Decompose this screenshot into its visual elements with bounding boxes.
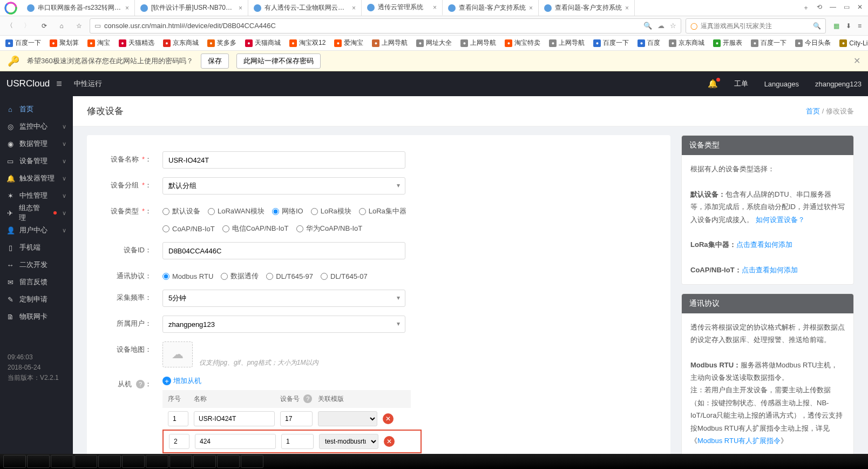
bookmark-item[interactable]: ●聚划算 xyxy=(48,37,81,49)
search-box[interactable]: ◯ 🔍 xyxy=(686,18,826,34)
slave-name-input[interactable] xyxy=(194,411,275,426)
never-save-password-button[interactable]: 此网站一律不保存密码 xyxy=(236,53,321,69)
browser-tab[interactable]: 有人透传云-工业物联网云平台...× xyxy=(248,0,362,16)
sidebar-item[interactable]: ⌂首页 xyxy=(0,100,73,118)
bookmark-item[interactable]: ●淘宝 xyxy=(85,37,112,49)
sidebar-toggle[interactable]: ≡ xyxy=(56,78,62,90)
bookmark-item[interactable]: ●开服表 xyxy=(711,37,744,49)
browser-tab[interactable]: 透传云管理系统× xyxy=(362,0,443,16)
address-bar[interactable]: ▭ console.usr.cn/main.html#/device/edit/… xyxy=(90,18,681,34)
slave-seq-input[interactable] xyxy=(169,434,189,449)
device-type-option[interactable]: LoRaWAN模块 xyxy=(208,206,265,216)
bookmark-item[interactable]: ●百度一下 xyxy=(591,37,631,49)
sidebar-item[interactable]: ✶中性管理∨ xyxy=(0,187,73,204)
bookmark-item[interactable]: ●网址大全 xyxy=(414,37,454,49)
tab-close-icon[interactable]: × xyxy=(125,4,129,12)
device-type-option[interactable]: LoRa模块 xyxy=(311,206,351,216)
device-id-input[interactable] xyxy=(162,242,405,259)
device-type-option[interactable]: 网络IO xyxy=(272,206,303,216)
forward-button[interactable]: 〉 xyxy=(21,19,33,32)
tab-close-icon[interactable]: × xyxy=(239,4,242,12)
protocol-option[interactable]: DL/T645-07 xyxy=(321,271,368,281)
infobar-close-button[interactable]: ✕ xyxy=(853,56,860,66)
browser-tab[interactable]: 串口联网服务器-rs232转网络-× xyxy=(22,0,135,16)
bookmark-item[interactable]: ●淘宝双12 xyxy=(287,37,328,49)
search-in-address-icon[interactable]: 🔍 xyxy=(643,22,652,30)
tab-close-icon[interactable]: × xyxy=(529,4,533,12)
back-button[interactable]: 〈 xyxy=(3,19,16,32)
breadcrumb-home[interactable]: 首页 xyxy=(806,107,820,115)
bookmark-item[interactable]: ●上网导航 xyxy=(458,37,498,49)
bookmark-item[interactable]: ●天猫精选 xyxy=(117,37,157,49)
coap-howto-link[interactable]: 点击查看如何添加 xyxy=(742,266,798,274)
translate-icon[interactable]: ☁ xyxy=(657,22,664,30)
bookmark-item[interactable]: ●天猫商城 xyxy=(243,37,283,49)
search-input[interactable] xyxy=(701,22,810,30)
sidebar-item[interactable]: ◎监控中心∨ xyxy=(0,118,73,135)
home-button[interactable]: ⌂ xyxy=(55,19,68,32)
lora-howto-link[interactable]: 点击查看如何添加 xyxy=(736,240,792,249)
device-name-input[interactable] xyxy=(162,151,405,169)
howto-setup-link[interactable]: 如何设置设备？ xyxy=(756,216,805,224)
protocol-option[interactable]: DL/T645-97 xyxy=(266,271,313,281)
device-type-option[interactable]: 默认设备 xyxy=(162,206,200,216)
slave-template-select[interactable] xyxy=(318,411,377,426)
sidebar-item[interactable]: ▭设备管理∨ xyxy=(0,152,73,170)
bookmark-item[interactable]: ●百度一下 xyxy=(749,37,789,49)
tab-close-icon[interactable]: × xyxy=(625,4,629,12)
browser-tab[interactable]: [软件设计手册]USR-NB700V2...× xyxy=(135,0,248,16)
downloads-icon[interactable]: ⬇ xyxy=(846,22,851,30)
site-info-icon[interactable]: ▭ xyxy=(94,22,101,30)
bookmark-button[interactable]: ☆ xyxy=(72,19,85,32)
sidebar-item[interactable]: ↔二次开发 xyxy=(0,256,73,273)
sidebar-item[interactable]: ▯手机端 xyxy=(0,239,73,256)
bookmark-item[interactable]: ●上网导航 xyxy=(370,37,410,49)
device-type-option[interactable]: LoRa集中器 xyxy=(359,206,406,216)
minimize-button[interactable]: — xyxy=(830,3,836,12)
menu-icon[interactable]: ≡ xyxy=(858,22,862,30)
map-upload[interactable]: ☁ xyxy=(162,341,193,367)
delete-slave-button[interactable]: ✕ xyxy=(384,436,395,447)
modbus-ext-link[interactable]: Modbus RTU有人扩展指令 xyxy=(697,437,781,445)
slave-seq-input[interactable] xyxy=(168,411,188,426)
tab-close-icon[interactable]: × xyxy=(433,4,437,11)
browser-tab[interactable]: 查看问题-客户支持系统× xyxy=(539,0,635,16)
bookmark-item[interactable]: ●京东商城 xyxy=(161,37,201,49)
sample-frequency-select[interactable] xyxy=(162,290,405,307)
extensions-icon[interactable]: ▦ xyxy=(833,22,839,30)
bookmark-item[interactable]: ●City-Link Ex xyxy=(837,38,868,48)
favorite-icon[interactable]: ☆ xyxy=(670,22,676,30)
bookmark-item[interactable]: ●百度 xyxy=(635,37,662,49)
bookmark-item[interactable]: ●上网导航 xyxy=(547,37,587,49)
bookmark-item[interactable]: ●淘宝特卖 xyxy=(503,37,542,49)
search-engine-icon[interactable]: ◯ xyxy=(690,22,697,30)
bookmark-item[interactable]: ●今日头条 xyxy=(793,37,833,49)
owner-select[interactable] xyxy=(162,316,405,333)
bookmark-item[interactable]: ●京东商城 xyxy=(667,37,707,49)
sidebar-item[interactable]: ◉数据管理∨ xyxy=(0,135,73,152)
new-tab-button[interactable]: ＋ xyxy=(803,3,809,12)
save-password-button[interactable]: 保存 xyxy=(201,53,229,69)
maximize-button[interactable]: ▭ xyxy=(844,3,850,12)
sidebar-item[interactable]: 🔔触发器管理∨ xyxy=(0,170,73,187)
language-selector[interactable]: Languages xyxy=(764,80,799,88)
device-group-select[interactable] xyxy=(162,177,405,195)
sidebar-item[interactable]: ✎定制申请 xyxy=(0,291,73,308)
sidebar-item[interactable]: 🗎物联网卡 xyxy=(0,308,73,325)
protocol-option[interactable]: 数据透传 xyxy=(221,271,259,281)
sidebar-item[interactable]: 👤用户中心∨ xyxy=(0,222,73,239)
device-type-option[interactable]: CoAP/NB-IoT xyxy=(162,224,215,233)
sidebar-item[interactable]: ✈组态管理∨ xyxy=(0,204,73,222)
undo-close-button[interactable]: ⟲ xyxy=(817,3,822,12)
bookmark-item[interactable]: ●奖多多 xyxy=(205,37,239,49)
slave-devid-input[interactable] xyxy=(281,434,314,449)
help-icon[interactable]: ? xyxy=(136,380,145,388)
close-window-button[interactable]: ✕ xyxy=(857,3,863,12)
add-slave-button[interactable]: + 增加从机 xyxy=(162,376,443,386)
tab-close-icon[interactable]: × xyxy=(352,4,356,12)
tickets-link[interactable]: 工单 xyxy=(734,79,748,89)
bookmark-item[interactable]: ●百度一下 xyxy=(3,37,43,49)
slave-devid-input[interactable] xyxy=(280,411,313,426)
user-menu[interactable]: zhangpeng123 xyxy=(815,80,862,88)
bookmark-item[interactable]: ●爱淘宝 xyxy=(332,37,365,49)
